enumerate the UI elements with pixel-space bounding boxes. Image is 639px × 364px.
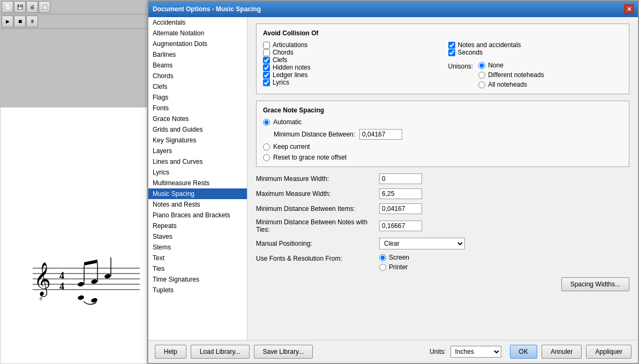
grace-automatic-label: Automatic xyxy=(273,118,302,126)
grace-keep-label: Keep current xyxy=(273,143,310,150)
sidebar-item-flags[interactable]: Flags xyxy=(148,92,247,103)
avoid-collision-section: Avoid Collision Of Articulations Chords xyxy=(256,24,629,94)
bottom-bar: Help Load Library... Save Library... Uni… xyxy=(148,340,638,363)
sidebar-item-tuplets[interactable]: Tuplets xyxy=(148,285,247,295)
grace-reset-row[interactable]: Reset to grace note offset xyxy=(263,154,622,161)
sidebar-item-beams[interactable]: Beams xyxy=(148,60,247,71)
sidebar-item-music-spacing[interactable]: Music Spacing xyxy=(148,188,247,199)
fonts-screen-row[interactable]: Screen xyxy=(379,254,409,261)
checkbox-chords[interactable]: Chords xyxy=(263,49,438,56)
chords-checkbox[interactable] xyxy=(263,49,270,56)
fonts-screen-radio[interactable] xyxy=(379,254,386,261)
checkbox-articulations[interactable]: Articulations xyxy=(263,41,438,49)
sidebar-item-staves[interactable]: Staves xyxy=(148,231,247,242)
checkbox-hidden-notes[interactable]: Hidden notes xyxy=(263,64,438,71)
fonts-radio-group: Screen Printer xyxy=(379,254,409,271)
unisons-none-radio[interactable] xyxy=(478,62,485,69)
sidebar-item-layers[interactable]: Layers xyxy=(148,146,247,156)
units-select[interactable]: Inches Centimeters Points Spaces EVPUs xyxy=(450,346,501,358)
close-button[interactable]: ✕ xyxy=(624,4,634,14)
sidebar-item-barlines[interactable]: Barlines xyxy=(148,49,247,60)
checkbox-seconds[interactable]: Seconds xyxy=(448,49,623,56)
svg-point-12 xyxy=(104,274,111,279)
grace-automatic-row[interactable]: Automatic xyxy=(263,118,622,126)
sidebar-item-repeats[interactable]: Repeats xyxy=(148,221,247,231)
sidebar-item-lyrics[interactable]: Lyrics xyxy=(148,167,247,178)
sidebar-item-grace-notes[interactable]: Grace Notes xyxy=(148,113,247,124)
dialog-window: Document Options - Music Spacing ✕ Accid… xyxy=(147,0,639,364)
min-measure-width-row: Minimum Measure Width: xyxy=(256,173,629,184)
ok-button[interactable]: OK xyxy=(510,345,537,359)
grace-keep-row[interactable]: Keep current xyxy=(263,143,622,150)
seconds-checkbox[interactable] xyxy=(448,49,455,56)
cancel-button[interactable]: Annuler xyxy=(542,345,582,359)
checkbox-ledger-lines[interactable]: Ledger lines xyxy=(263,71,438,79)
sidebar-item-multimeasure-rests[interactable]: Multimeasure Rests xyxy=(148,178,247,188)
unisons-all-row[interactable]: All noteheads xyxy=(478,81,544,88)
grace-keep-radio[interactable] xyxy=(263,143,270,150)
title-bar: Document Options - Music Spacing ✕ xyxy=(148,1,638,17)
min-distance-notes-ties-label: Minimum Distance Between Notes with Ties… xyxy=(256,218,379,233)
toolbar-btn[interactable]: ▶ xyxy=(2,16,13,27)
sidebar-item-clefs[interactable]: Clefs xyxy=(148,81,247,92)
apply-button[interactable]: Appliquer xyxy=(586,345,632,359)
sidebar-item-alternate-notation[interactable]: Alternate Notation xyxy=(148,28,247,39)
grace-reset-radio[interactable] xyxy=(263,154,270,161)
unisons-none-label: None xyxy=(488,62,503,69)
grace-reset-label: Reset to grace note offset xyxy=(273,154,347,161)
sidebar-item-lines-and-curves[interactable]: Lines and Curves xyxy=(148,156,247,167)
toolbar-btn[interactable]: ⏸ xyxy=(26,16,38,27)
notes-accidentals-checkbox[interactable] xyxy=(448,42,455,49)
unisons-none-row[interactable]: None xyxy=(478,62,544,69)
sidebar-item-notes-and-rests[interactable]: Notes and Rests xyxy=(148,199,247,210)
sidebar-item-key-signatures[interactable]: Key Signatures xyxy=(148,135,247,146)
sidebar-item-piano-braces-and-brackets[interactable]: Piano Braces and Brackets xyxy=(148,210,247,221)
svg-text:4: 4 xyxy=(59,281,64,292)
sidebar-item-grids-and-guides[interactable]: Grids and Guides xyxy=(148,124,247,135)
sidebar-item-chords[interactable]: Chords xyxy=(148,71,247,81)
fonts-printer-radio[interactable] xyxy=(379,264,386,271)
toolbar-btn[interactable]: 🖨 xyxy=(26,1,38,13)
toolbar-btn[interactable]: 💾 xyxy=(14,1,26,13)
checkbox-lyrics[interactable]: Lyrics xyxy=(263,79,438,86)
sidebar-item-augmentation-dots[interactable]: Augmentation Dots xyxy=(148,39,247,49)
unisons-all-label: All noteheads xyxy=(488,81,527,88)
grace-min-distance-input[interactable] xyxy=(359,129,402,140)
grace-automatic-radio[interactable] xyxy=(263,119,270,126)
clefs-checkbox[interactable] xyxy=(263,57,270,64)
sidebar-item-text[interactable]: Text xyxy=(148,253,247,263)
ledger-lines-checkbox[interactable] xyxy=(263,72,270,79)
svg-point-8 xyxy=(77,282,85,287)
toolbar-btn[interactable]: ⏹ xyxy=(14,16,26,27)
collision-right-col: Notes and accidentals Seconds Unisons: xyxy=(448,41,623,88)
manual-positioning-select[interactable]: Clear Move Reset xyxy=(379,238,465,249)
unisons-different-radio[interactable] xyxy=(478,72,485,79)
toolbar-btn[interactable]: 📄 xyxy=(2,1,13,13)
load-library-button[interactable]: Load Library... xyxy=(191,345,250,359)
max-measure-width-input[interactable] xyxy=(379,188,422,199)
checkbox-clefs[interactable]: Clefs xyxy=(263,56,438,64)
checkbox-notes-accidentals[interactable]: Notes and accidentals xyxy=(448,41,623,49)
help-button[interactable]: Help xyxy=(155,345,186,359)
min-distance-items-label: Minimum Distance Between Items: xyxy=(256,205,379,213)
min-distance-notes-ties-row: Minimum Distance Between Notes with Ties… xyxy=(256,218,629,233)
fonts-printer-row[interactable]: Printer xyxy=(379,263,409,271)
lyrics-checkbox[interactable] xyxy=(263,79,270,86)
unisons-all-radio[interactable] xyxy=(478,81,485,88)
save-library-button[interactable]: Save Library... xyxy=(254,345,313,359)
articulations-checkbox[interactable] xyxy=(263,42,270,49)
sidebar-item-accidentals[interactable]: Accidentals xyxy=(148,17,247,28)
manual-positioning-label: Manual Positioning: xyxy=(256,240,379,247)
spacing-widths-button[interactable]: Spacing Widths... xyxy=(561,277,629,291)
sidebar-item-fonts[interactable]: Fonts xyxy=(148,103,247,113)
toolbar-btn[interactable]: 📋 xyxy=(39,1,50,13)
sidebar-item-stems[interactable]: Stems xyxy=(148,242,247,253)
hidden-notes-checkbox[interactable] xyxy=(263,64,270,71)
sidebar-item-ties[interactable]: Ties xyxy=(148,263,247,274)
min-distance-items-input[interactable] xyxy=(379,203,422,214)
sidebar-item-time-signatures[interactable]: Time Signatures xyxy=(148,274,247,285)
min-measure-width-input[interactable] xyxy=(379,173,422,184)
min-distance-notes-ties-input[interactable] xyxy=(379,221,422,231)
fonts-resolution-row: Use Fonts & Resolution From: Screen Prin… xyxy=(256,254,629,271)
unisons-different-row[interactable]: Different noteheads xyxy=(478,71,544,79)
